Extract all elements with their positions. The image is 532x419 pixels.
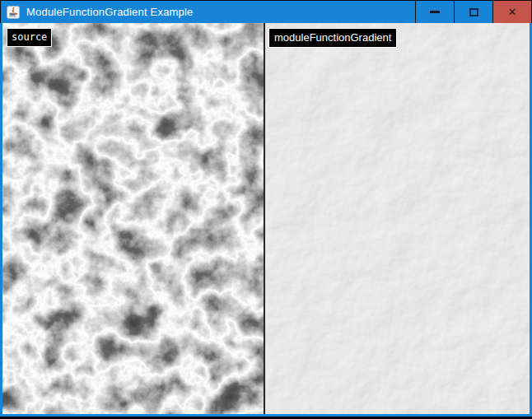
- close-button[interactable]: ✕: [492, 1, 531, 23]
- minimize-icon: [430, 11, 440, 13]
- source-image-label: source: [7, 28, 52, 47]
- maximize-icon: [469, 8, 478, 16]
- titlebar[interactable]: ModuleFunctionGradient Example ✕: [1, 1, 531, 23]
- window-controls: ✕: [415, 1, 531, 23]
- source-image-panel: source: [2, 23, 264, 414]
- minimize-button[interactable]: [415, 1, 454, 23]
- gradient-texture-image: [265, 23, 530, 414]
- content-area: source: [0, 23, 532, 417]
- gradient-image-label: moduleFunctionGradient: [268, 28, 397, 48]
- gradient-image-panel: moduleFunctionGradient: [265, 23, 530, 414]
- app-window: ModuleFunctionGradient Example ✕: [0, 0, 532, 419]
- window-title: ModuleFunctionGradient Example: [26, 6, 194, 18]
- source-texture-image: [2, 23, 264, 414]
- maximize-button[interactable]: [454, 1, 492, 23]
- close-icon: ✕: [508, 7, 517, 17]
- java-coffee-cup-icon: [7, 6, 20, 19]
